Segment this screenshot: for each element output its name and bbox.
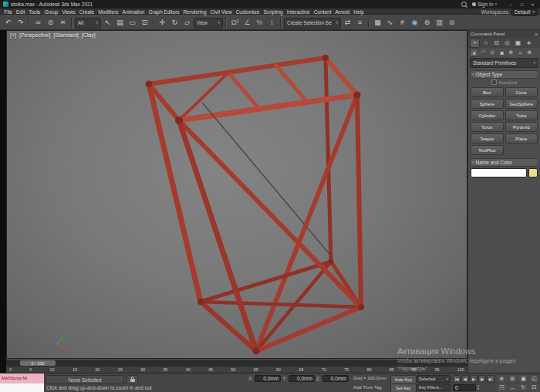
maxscript-recorder-row[interactable]: MAXScript Mi [0,373,44,383]
autogrid-checkbox[interactable] [491,79,497,85]
menu-group[interactable]: Group [42,8,60,15]
zoom-button[interactable]: ⊕ [497,375,507,383]
3ds-max-app-icon[interactable] [3,2,8,7]
object-name-field[interactable] [471,168,527,177]
menu-arnold[interactable]: Arnold [333,8,352,15]
select-and-scale-button[interactable]: ▱ [181,17,193,29]
object-type-cone[interactable]: Cone [505,87,538,97]
snap-toggle[interactable]: Ω³ [229,17,241,29]
key-mode-dropdown[interactable]: Selected ▾ [417,375,451,383]
object-type-cylinder[interactable]: Cylinder [471,110,504,120]
menu-interactive[interactable]: Interactive [285,8,312,15]
menu-modifiers[interactable]: Modifiers [96,8,120,15]
add-time-tag[interactable]: Add Time Tag [353,385,382,390]
perspective-viewport[interactable]: [+] [Perspective] [Standard] [Clay] xyz [6,30,467,359]
subtab-shapes[interactable]: ◠ [479,49,488,57]
unlink-selection-button[interactable]: ⊘ [45,17,56,29]
selection-filter-dropdown[interactable]: All▾ [75,18,101,29]
viewport-menu-standard[interactable]: [Standard] [53,32,78,38]
go-to-start-button[interactable]: |◀ [453,375,461,383]
menu-file[interactable]: File [2,8,14,15]
menu-help[interactable]: Help [352,8,366,15]
object-type-box[interactable]: Box [471,87,504,97]
track-bar[interactable]: 0510152025303540455055606570758085909510… [6,366,467,373]
set-key-button[interactable]: Set Key [390,384,417,392]
render-setup-button[interactable]: ⊛ [421,17,433,29]
select-object-button[interactable]: ↖ [102,17,113,29]
name-and-color-rollout[interactable]: ▾ Name and Color [470,158,538,167]
subtab-helpers[interactable]: ⊕ [507,49,515,57]
render-button[interactable]: ⊚ [446,17,457,29]
maxscript-listener-row[interactable] [0,383,44,392]
object-type-tube[interactable]: Tube [505,110,538,120]
current-frame-field[interactable]: 0 [453,384,476,391]
undo-button[interactable]: ↶ [2,17,14,29]
menu-rendering[interactable]: Rendering [181,8,208,15]
schematic-view-button[interactable]: # [397,17,408,29]
viewport-menu-clay[interactable]: [Clay] [82,32,96,38]
next-frame-button[interactable]: |▶ [478,375,486,383]
align-button[interactable]: ≡ [354,17,366,29]
bind-to-space-warp-button[interactable]: ≍ [57,17,69,29]
select-and-move-button[interactable]: ✛ [157,17,168,29]
object-type-teapot[interactable]: Teapot [471,133,504,144]
named-selection-set-combo[interactable]: Create Selection Se▾ [284,18,341,29]
command-panel-close-icon[interactable]: × [535,32,538,37]
menu-create[interactable]: Create [77,8,96,15]
select-and-rotate-button[interactable]: ↻ [169,17,181,29]
tab-create[interactable]: + [470,39,480,48]
subtab-geometry[interactable]: ● [470,49,478,57]
menu-animation[interactable]: Animation [120,8,147,15]
z-coordinate-field[interactable]: 0,0mm [322,375,349,382]
reference-coordinate-dropdown[interactable]: View▾ [194,18,223,29]
viewport-menu-camera[interactable]: [Perspective] [19,32,50,38]
viewport-menu-plus[interactable]: [+] [10,32,16,38]
close-button[interactable]: × [528,1,537,8]
key-filters-button[interactable]: Key Filters... [417,384,451,391]
x-coordinate-field[interactable]: 0,0mm [255,375,281,382]
menu-content[interactable]: Content [312,8,333,15]
select-and-link-button[interactable]: ∞ [32,17,44,29]
selection-lock-toggle[interactable] [127,375,138,384]
object-color-swatch[interactable] [528,168,538,177]
redo-button[interactable]: ↷ [15,17,26,29]
time-slider-handle[interactable]: 0 / 100 [20,360,56,366]
menu-civil-view[interactable]: Civil View [208,8,234,15]
select-by-name-button[interactable]: ▤ [114,17,126,29]
maxscript-mini-listener[interactable]: MAXScript Mi [0,373,44,392]
maximize-button[interactable]: □ [518,1,526,8]
menu-scripting[interactable]: Scripting [262,8,285,15]
tab-modify[interactable]: ∩ [481,39,491,48]
frame-spinner[interactable]: ▴ ▾ [478,384,479,390]
zoom-extents-button[interactable]: ▣ [518,375,528,383]
spinner-down-icon[interactable]: ▾ [478,387,479,390]
time-slider-track[interactable]: 0 / 100 [6,359,467,366]
subtab-systems[interactable]: ⊛ [525,49,534,57]
object-type-torus[interactable]: Torus [471,122,504,132]
tab-display[interactable]: ▣ [513,39,523,48]
go-to-end-button[interactable]: ▶| [487,375,494,383]
zoom-all-button[interactable]: ⊞ [508,375,518,383]
menu-customize[interactable]: Customize [234,8,262,15]
tab-utilities[interactable]: ∗ [524,39,534,48]
angle-snap-toggle[interactable]: ∠ [241,17,253,29]
previous-frame-button[interactable]: ◀| [461,375,469,383]
menu-tools[interactable]: Tools [27,8,42,15]
minimize-button[interactable]: – [507,1,515,8]
y-coordinate-field[interactable]: 0,0mm [289,375,315,382]
tab-motion[interactable]: ◎ [502,39,512,48]
subtab-cameras[interactable]: ◙ [498,49,506,57]
maximize-viewport-button[interactable]: ⊡ [529,384,539,391]
search-icon[interactable] [461,2,467,7]
pan-button[interactable]: ↔ [508,384,518,391]
object-type-plane[interactable]: Plane [505,133,538,144]
window-crossing-toggle[interactable]: ⊡ [139,17,150,29]
zoom-region-button[interactable]: ◳ [497,384,507,391]
object-type-sphere[interactable]: Sphere [471,99,504,109]
mirror-button[interactable]: ⇄ [342,17,353,29]
primitives-dropdown[interactable]: Standard Primitives ▾ [470,58,538,68]
menu-graph-editors[interactable]: Graph Editors [147,8,181,15]
rendered-frame-button[interactable]: ▥ [434,17,445,29]
orbit-button[interactable]: ↻ [518,384,528,391]
tab-hierarchy[interactable]: ⊟ [491,39,501,48]
